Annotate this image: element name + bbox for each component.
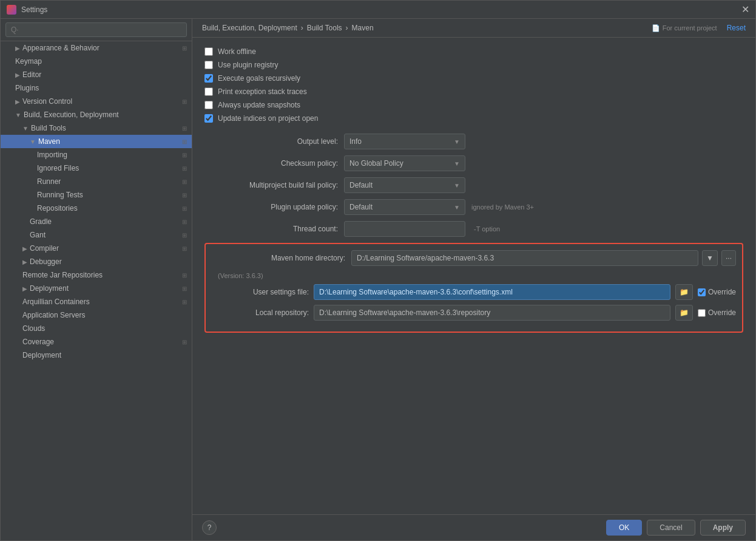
close-button[interactable]: ✕ — [741, 5, 749, 15]
user-settings-browse-btn[interactable]: 📁 — [675, 284, 693, 300]
search-box — [1, 19, 192, 41]
thread-count-input[interactable] — [344, 221, 465, 237]
maven-home-dropdown-btn[interactable]: ▼ — [702, 250, 718, 266]
arrow-icon: ▼ — [30, 138, 36, 145]
execute-goals-label[interactable]: Execute goals recursively — [218, 74, 300, 83]
sidebar-item-maven[interactable]: ▼ Maven ⊞ — [1, 135, 192, 148]
sidebar-item-coverage[interactable]: Coverage ⊞ — [1, 335, 192, 349]
print-exception-label[interactable]: Print exception stack traces — [218, 87, 307, 96]
sidebar-item-runner[interactable]: Runner ⊞ — [1, 175, 192, 188]
cancel-button[interactable]: Cancel — [647, 520, 695, 536]
checkbox-work-offline: Work offline — [204, 47, 743, 56]
arrow-icon: ▶ — [22, 245, 27, 252]
page-icon: ⊞ — [182, 152, 187, 158]
sidebar-item-label: Importing — [37, 151, 67, 159]
work-offline-label[interactable]: Work offline — [218, 47, 256, 56]
main-content: ▶ Appearance & Behavior ⊞ Keymap ▶ Edito… — [1, 19, 755, 540]
sidebar-item-label: Maven — [38, 137, 60, 146]
user-settings-override-checkbox[interactable] — [698, 288, 706, 296]
arrow-icon: ▶ — [15, 45, 20, 52]
plugin-update-policy-dropdown[interactable]: Default ▼ — [344, 199, 465, 215]
page-icon: ⊞ — [182, 232, 187, 239]
sidebar-item-importing[interactable]: Importing ⊞ — [1, 148, 192, 162]
maven-home-browse-btn[interactable]: ··· — [721, 250, 736, 266]
project-label: 📄 For current project — [652, 24, 717, 32]
thread-count-label: Thread count: — [204, 225, 338, 233]
sidebar-item-arquillian[interactable]: Arquillian Containers ⊞ — [1, 295, 192, 308]
page-icon: ⊞ — [182, 98, 187, 105]
sidebar-item-app-servers[interactable]: Application Servers — [1, 308, 192, 322]
reset-button[interactable]: Reset — [727, 24, 746, 32]
local-repo-override: Override — [698, 308, 736, 317]
breadcrumb-part3: Maven — [352, 24, 374, 32]
multiproject-policy-control: Default ▼ — [344, 177, 743, 193]
user-settings-input[interactable] — [314, 284, 670, 300]
sidebar-item-deployment2[interactable]: Deployment — [1, 349, 192, 362]
output-level-dropdown[interactable]: Info ▼ — [344, 134, 465, 149]
right-panel: Build, Execution, Deployment › Build Too… — [192, 19, 755, 540]
sidebar-item-label: Ignored Files — [37, 164, 79, 172]
sidebar-item-running-tests[interactable]: Running Tests ⊞ — [1, 188, 192, 202]
local-repo-override-checkbox[interactable] — [698, 309, 706, 317]
user-settings-override: Override — [698, 288, 736, 296]
sidebar-item-label: Repositories — [37, 204, 78, 213]
user-settings-override-label[interactable]: Override — [708, 288, 736, 296]
apply-button[interactable]: Apply — [700, 520, 746, 536]
sidebar-item-debugger[interactable]: ▶ Debugger — [1, 255, 192, 268]
page-icon: ⊞ — [182, 179, 187, 185]
breadcrumb-sep2: › — [346, 24, 348, 32]
maven-home-input[interactable] — [351, 250, 698, 266]
sidebar-item-build-tools[interactable]: ▼ Build Tools ⊞ — [1, 121, 192, 135]
ok-button[interactable]: OK — [606, 520, 642, 536]
title-bar: Settings ✕ — [1, 1, 755, 19]
sidebar-item-compiler[interactable]: ▶ Compiler ⊞ — [1, 242, 192, 255]
help-button[interactable]: ? — [202, 520, 217, 535]
always-update-checkbox[interactable] — [204, 101, 213, 109]
print-exception-checkbox[interactable] — [204, 87, 213, 96]
checksum-policy-dropdown[interactable]: No Global Policy ▼ — [344, 155, 465, 171]
sidebar-item-label: Deployment — [22, 351, 61, 359]
search-input[interactable] — [5, 22, 187, 37]
sidebar-item-label: Coverage — [22, 338, 54, 346]
sidebar-item-gant[interactable]: Gant ⊞ — [1, 228, 192, 242]
sidebar-item-deployment[interactable]: ▶ Deployment ⊞ — [1, 282, 192, 295]
sidebar-item-appearance[interactable]: ▶ Appearance & Behavior ⊞ — [1, 41, 192, 55]
sidebar-item-label: Compiler — [30, 244, 59, 253]
arrow-icon: ▶ — [22, 259, 27, 265]
plugin-update-policy-value: Default — [349, 203, 373, 211]
sidebar-item-repositories[interactable]: Repositories ⊞ — [1, 202, 192, 215]
output-level-row: Output level: Info ▼ — [204, 134, 743, 149]
sidebar-item-label: Keymap — [15, 57, 42, 66]
sidebar-item-plugins[interactable]: Plugins — [1, 81, 192, 95]
multiproject-policy-dropdown[interactable]: Default ▼ — [344, 177, 465, 193]
sidebar-item-clouds[interactable]: Clouds — [1, 322, 192, 335]
checkbox-print-exception: Print exception stack traces — [204, 87, 743, 96]
sidebar-item-build-execution[interactable]: ▼ Build, Execution, Deployment — [1, 108, 192, 121]
sidebar-item-label: Build Tools — [31, 124, 66, 132]
arrow-icon: ▼ — [15, 112, 21, 118]
sidebar-item-remote-jar[interactable]: Remote Jar Repositories ⊞ — [1, 268, 192, 282]
page-icon: ⊞ — [182, 299, 187, 305]
sidebar-item-keymap[interactable]: Keymap — [1, 55, 192, 68]
local-repo-browse-btn[interactable]: 📁 — [675, 305, 693, 321]
always-update-label[interactable]: Always update snapshots — [218, 101, 300, 109]
project-label-text: For current project — [663, 24, 717, 32]
update-indices-label[interactable]: Update indices on project open — [218, 114, 318, 123]
execute-goals-checkbox[interactable] — [204, 74, 213, 83]
page-icon: ⊞ — [182, 245, 187, 252]
sidebar-item-version-control[interactable]: ▶ Version Control ⊞ — [1, 95, 192, 108]
update-indices-checkbox[interactable] — [204, 114, 213, 123]
sidebar-item-gradle[interactable]: Gradle ⊞ — [1, 215, 192, 228]
use-plugin-registry-label[interactable]: Use plugin registry — [218, 61, 278, 69]
sidebar-item-editor[interactable]: ▶ Editor — [1, 68, 192, 81]
maven-home-label: Maven home directory: — [212, 254, 345, 262]
ignored-text: ignored by Maven 3+ — [471, 203, 534, 211]
sidebar-item-label: Deployment — [30, 284, 69, 293]
page-icon: ⊞ — [182, 192, 187, 199]
use-plugin-registry-checkbox[interactable] — [204, 61, 213, 69]
work-offline-checkbox[interactable] — [204, 47, 213, 56]
local-repo-input[interactable] — [314, 305, 670, 321]
sidebar-item-ignored-files[interactable]: Ignored Files ⊞ — [1, 162, 192, 175]
arrow-icon: ▶ — [15, 72, 20, 78]
local-repo-override-label[interactable]: Override — [708, 308, 736, 317]
